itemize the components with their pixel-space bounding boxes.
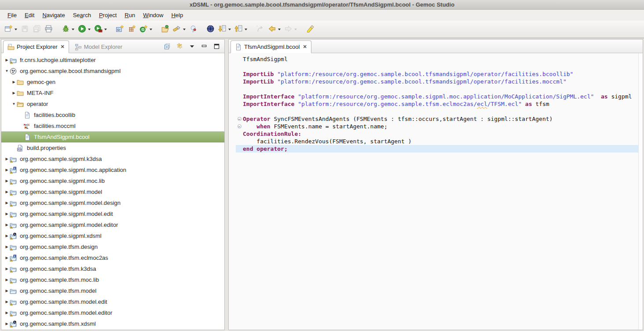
tree-item-org-gemoc-sample-tfsm-eclmoc2as[interactable]: ▶Eorg.gemoc.sample.tfsm.eclmoc2as [1,252,224,263]
collapsed-arrow-icon[interactable]: ▶ [4,179,10,183]
collapsed-arrow-icon[interactable]: ▶ [4,289,10,293]
tab-project-explorer[interactable]: Project Explorer ✕ [3,40,69,53]
collapsed-arrow-icon[interactable]: ▶ [4,190,10,194]
open-task-button[interactable] [160,24,170,35]
new-gemoc-sequential-project-button[interactable]: Gr [115,24,125,35]
code-editor[interactable]: TfsmAndSigpmlImportLib "platform:/resour… [229,53,643,330]
tree-item-org-gemoc-sample-sigpml-k3dsa[interactable]: ▶org.gemoc.sample.sigpml.k3dsa [1,153,224,164]
code-line[interactable]: when FSMEvents.name = startAgent.name; [236,123,638,130]
tree-item-facilities-bcoollib[interactable]: facilities.bcoollib [1,109,224,120]
code-line[interactable]: ImportInterface "platform:/resource/org.… [236,100,638,108]
code-line[interactable] [236,85,638,93]
code-line[interactable]: CoordinationRule: [236,130,638,138]
new-ecore-modeling-project-button[interactable] [127,24,137,35]
dropdown-arrow-icon[interactable] [72,29,74,30]
code-line[interactable]: ImportInterface "platform:/resource/org.… [236,93,638,100]
collapsed-arrow-icon[interactable]: ▶ [4,245,10,249]
previous-annotation-button[interactable] [234,24,248,35]
expanded-arrow-icon[interactable]: ▼ [4,69,10,73]
collapsed-arrow-icon[interactable]: ▶ [4,267,10,271]
dropdown-arrow-icon[interactable] [228,29,231,30]
tree-item-org-gemoc-sample-sigpml-moc-application[interactable]: ▶Eorg.gemoc.sample.sigpml.moc.applicatio… [1,164,224,175]
view-menu-icon[interactable] [189,43,195,50]
tree-item-org-gemoc-sample-tfsm-model[interactable]: ▶org.gemoc.sample.tfsm.model [1,285,224,296]
collapsed-arrow-icon[interactable]: ▶ [11,80,17,84]
collapsed-arrow-icon[interactable]: ▶ [4,223,10,227]
collapse-all-icon[interactable] [164,43,171,50]
open-web-browser-button[interactable] [205,24,216,35]
tab-editor-tfsmandsigpml[interactable]: TfsmAndSigpml.bcool ✕ [231,40,311,53]
minimize-icon[interactable] [201,43,208,50]
tree-item-org-gemoc-sample-tfsm-k3dsa[interactable]: ▶org.gemoc.sample.tfsm.k3dsa [1,263,224,274]
code-line[interactable]: facilities.RendezVous(FSMEvents, startAg… [236,138,638,145]
fold-collapse-icon[interactable] [236,124,243,128]
collapsed-arrow-icon[interactable]: ▶ [4,322,10,326]
tree-item-org-gemoc-sample-tfsm-model-editor[interactable]: ▶org.gemoc.sample.tfsm.model.editor [1,307,224,318]
menu-item-navigate[interactable]: Navigate [38,11,69,19]
next-annotation-button[interactable] [217,24,232,35]
tree-item-meta-inf[interactable]: ▶META-INF [1,87,224,98]
tree-item-org-gemoc-sample-sigpml-model-editor[interactable]: ▶org.gemoc.sample.sigpml.model.editor [1,219,224,230]
maximize-icon[interactable] [213,43,220,50]
collapsed-arrow-icon[interactable]: ▶ [4,278,10,282]
tree-item-org-gemoc-sample-sigpml-model-edit[interactable]: ▶org.gemoc.sample.sigpml.model.edit [1,208,224,219]
back-button[interactable] [267,24,282,35]
tree-item-facilities-moccml[interactable]: MoCCMLfacilities.moccml [1,120,224,131]
menu-item-search[interactable]: Search [69,11,95,19]
tree-item-org-gemoc-sample-sigpml-model-design[interactable]: ▶org.gemoc.sample.sigpml.model.design [1,197,224,208]
new-wizard-button[interactable] [4,24,18,35]
collapsed-arrow-icon[interactable]: ▶ [4,300,10,304]
run-button[interactable] [77,24,91,35]
code-line[interactable]: TfsmAndSigpml [236,55,638,63]
external-tools-button[interactable] [188,24,198,35]
collapsed-arrow-icon[interactable]: ▶ [4,157,10,161]
dropdown-arrow-icon[interactable] [104,29,107,30]
tree-item-org-gemoc-sample-sigpml-model[interactable]: ▶org.gemoc.sample.sigpml.model [1,186,224,197]
dropdown-arrow-icon[interactable] [150,29,152,30]
menu-item-help[interactable]: Help [167,11,187,19]
menu-item-run[interactable]: Run [121,11,139,19]
menu-item-file[interactable]: File [4,11,21,19]
sash-divider[interactable] [225,39,228,330]
tab-model-explorer[interactable]: Model Explorer [71,40,126,53]
collapsed-arrow-icon[interactable]: ▶ [4,311,10,315]
toggle-mark-occurrences-button[interactable] [305,24,315,35]
collapsed-arrow-icon[interactable]: ▶ [4,234,10,238]
dropdown-arrow-icon[interactable] [15,29,17,30]
tree-item-org-gemoc-sample-tfsm-design[interactable]: ▶org.gemoc.sample.tfsm.design [1,241,224,252]
dropdown-arrow-icon[interactable] [245,29,247,30]
editor-scrollbar[interactable] [638,53,643,330]
tree-item-org-gemoc-sample-tfsm-model-edit[interactable]: ▶org.gemoc.sample.tfsm.model.edit [1,296,224,307]
collapsed-arrow-icon[interactable]: ▶ [4,168,10,172]
debug-button[interactable] [61,24,75,35]
collapsed-arrow-icon[interactable]: ▶ [4,256,10,260]
code-line[interactable]: Operator SyncFSMEventsAndAgents (FSMEven… [236,115,638,123]
dropdown-arrow-icon[interactable] [183,29,186,30]
tree-item-gemoc-gen[interactable]: ▶gemoc-gen [1,76,224,87]
code-line-current[interactable]: end operator; [236,145,638,153]
collapsed-arrow-icon[interactable]: ▶ [11,91,17,95]
search-button[interactable] [172,24,187,35]
fold-collapse-icon[interactable] [236,117,243,121]
menu-item-window[interactable]: Window [139,11,167,19]
close-icon[interactable]: ✕ [60,44,64,50]
collapsed-arrow-icon[interactable]: ▶ [4,201,10,205]
dropdown-arrow-icon[interactable] [278,29,281,30]
tree-item-org-gemoc-sample-tfsm-moc-lib[interactable]: ▶org.gemoc.sample.tfsm.moc.lib [1,274,224,285]
menu-item-edit[interactable]: Edit [21,11,38,19]
code-line[interactable] [236,63,638,70]
collapsed-arrow-icon[interactable]: ▶ [4,58,10,62]
dropdown-arrow-icon[interactable] [88,29,91,30]
close-icon[interactable]: ✕ [303,44,307,50]
tree-item-fr-cnrs-luchogie-ultimateplotter[interactable]: ▶fr.cnrs.luchogie.ultimateplotter [1,55,224,65]
tree-item-tfsmandsigpml-bcool[interactable]: TfsmAndSigpml.bcool [1,131,224,142]
expanded-arrow-icon[interactable]: ▼ [11,102,17,106]
tree-item-org-gemoc-sample-sigpml-xdsml[interactable]: ▶Lorg.gemoc.sample.sigpml.xdsml [1,230,224,241]
tree-item-org-gemoc-sample-sigpml-moc-lib[interactable]: ▶org.gemoc.sample.sigpml.moc.lib [1,175,224,186]
collapsed-arrow-icon[interactable]: ▶ [4,212,10,216]
run-configurations-button[interactable] [93,24,108,35]
print-button[interactable] [44,24,54,35]
new-gemoc-project-button[interactable]: G [139,24,153,35]
link-with-editor-icon[interactable] [176,43,183,50]
code-line[interactable]: ImportLib "platform:/resource/org.gemoc.… [236,70,638,78]
